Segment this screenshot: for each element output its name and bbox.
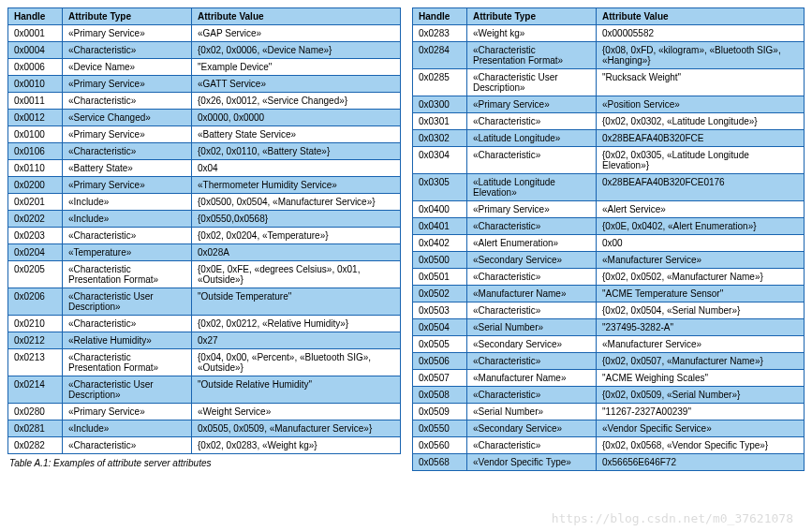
cell-value: 0x28BEAFA40B320FCE0176 [597,174,805,201]
table-caption: Table A.1: Examples of attribute server … [7,454,401,468]
cell-handle: 0x0509 [413,404,467,420]
cell-value: {0x0E, 0x0402, «Alert Enumeration»} [597,218,805,235]
cell-value: {0x02, 0x0283, «Weight kg»} [192,437,401,454]
cell-value: {0x02, 0x0110, «Battery State»} [192,143,401,160]
cell-value: 0x0000, 0x0000 [192,110,401,126]
table-row: 0x0010«Primary Service»«GATT Service» [8,76,401,93]
cell-handle: 0x0281 [8,420,63,437]
table-row: 0x0568«Vendor Specific Type»0x56656E646F… [413,454,805,471]
cell-value: 0x27 [192,332,401,349]
table-row: 0x0012«Service Changed»0x0000, 0x0000 [8,110,401,126]
table-row: 0x0305«Latitude Longitude Elevation»0x28… [413,174,805,201]
table-row: 0x0200«Primary Service»«Thermometer Humi… [8,177,401,194]
table-row: 0x0004«Characteristic»{0x02, 0x0006, «De… [8,42,401,59]
col-handle: Handle [8,8,63,25]
cell-type: «Characteristic Presentation Format» [63,261,192,288]
cell-value: {0x02, 0x0509, «Serial Number»} [597,387,805,404]
table-row: 0x0283«Weight kg»0x00005582 [413,25,805,42]
cell-handle: 0x0100 [8,126,63,143]
col-type: Attribute Type [63,8,192,25]
cell-type: «Characteristic» [467,437,597,454]
table-row: 0x0001«Primary Service»«GAP Service» [8,25,401,42]
cell-value: «Thermometer Humidity Service» [192,177,401,194]
cell-handle: 0x0305 [413,174,467,201]
attribute-table-right: Handle Attribute Type Attribute Value 0x… [412,7,805,471]
cell-handle: 0x0205 [8,261,63,288]
cell-value: {0x0E, 0xFE, «degrees Celsius», 0x01, «O… [192,261,401,288]
cell-type: «Characteristic User Description» [63,376,192,404]
table-row: 0x0203«Characteristic»{0x02, 0x0204, «Te… [8,228,401,244]
cell-type: «Secondary Service» [467,252,597,269]
cell-value: {0x08, 0xFD, «kilogram», «Bluetooth SIG»… [597,42,805,69]
cell-value: 0x56656E646F72 [597,454,805,471]
cell-handle: 0x0302 [413,130,467,147]
cell-type: «Latitude Longitude» [467,130,597,147]
cell-handle: 0x0304 [413,147,467,174]
cell-handle: 0x0212 [8,332,63,349]
cell-handle: 0x0210 [8,316,63,332]
cell-type: «Characteristic» [467,302,597,319]
table-row: 0x0205«Characteristic Presentation Forma… [8,261,401,288]
cell-type: «Characteristic» [63,93,192,110]
table-row: 0x0401«Characteristic»{0x0E, 0x0402, «Al… [413,218,805,235]
cell-value: "Outside Relative Humidity" [192,376,401,404]
cell-type: «Characteristic Presentation Format» [63,349,192,376]
cell-value: 0x00 [597,235,805,252]
cell-handle: 0x0012 [8,110,63,126]
cell-type: «Primary Service» [467,96,597,113]
cell-handle: 0x0213 [8,349,63,376]
cell-handle: 0x0206 [8,288,63,316]
cell-type: «Manufacturer Name» [467,370,597,387]
cell-value: {0x02, 0x0006, «Device Name»} [192,42,401,59]
cell-handle: 0x0502 [413,286,467,302]
cell-type: «Secondary Service» [467,420,597,437]
cell-value: {0x02, 0x0204, «Temperature»} [192,228,401,244]
cell-type: «Characteristic» [467,269,597,286]
table-row: 0x0508«Characteristic»{0x02, 0x0509, «Se… [413,387,805,404]
cell-handle: 0x0507 [413,370,467,387]
cell-type: «Service Changed» [63,110,192,126]
cell-type: «Primary Service» [63,25,192,42]
cell-type: «Serial Number» [467,404,597,420]
cell-type: «Characteristic User Description» [63,288,192,316]
cell-value: {0x0550,0x0568} [192,211,401,228]
cell-value: «GATT Service» [192,76,401,93]
table-row: 0x0501«Characteristic»{0x02, 0x0502, «Ma… [413,269,805,286]
cell-value: «Position Service» [597,96,805,113]
cell-handle: 0x0006 [8,59,63,76]
table-row: 0x0212«Relative Humidity»0x27 [8,332,401,349]
cell-handle: 0x0503 [413,302,467,319]
table-row: 0x0509«Serial Number»"11267-2327A00239" [413,404,805,420]
cell-handle: 0x0010 [8,76,63,93]
cell-handle: 0x0202 [8,211,63,228]
table-header-row: Handle Attribute Type Attribute Value [413,8,805,25]
cell-handle: 0x0011 [8,93,63,110]
table-row: 0x0550«Secondary Service»«Vendor Specifi… [413,420,805,437]
cell-value: "ACME Weighing Scales" [597,370,805,387]
cell-type: «Characteristic» [467,147,597,174]
cell-handle: 0x0508 [413,387,467,404]
cell-type: «Characteristic» [63,143,192,160]
cell-value: «Vendor Specific Service» [597,420,805,437]
cell-value: 0x28BEAFA40B320FCE [597,130,805,147]
cell-handle: 0x0301 [413,113,467,130]
cell-handle: 0x0400 [413,201,467,218]
cell-handle: 0x0200 [8,177,63,194]
cell-type: «Characteristic Presentation Format» [467,42,597,69]
cell-type: «Characteristic» [467,353,597,370]
table-row: 0x0400«Primary Service»«Alert Service» [413,201,805,218]
cell-type: «Primary Service» [63,126,192,143]
table-row: 0x0507«Manufacturer Name»"ACME Weighing … [413,370,805,387]
cell-type: «Alert Enumeration» [467,235,597,252]
cell-value: «Battery State Service» [192,126,401,143]
table-row: 0x0402«Alert Enumeration»0x00 [413,235,805,252]
table-row: 0x0300«Primary Service»«Position Service… [413,96,805,113]
cell-value: {0x04, 0x00, «Percent», «Bluetooth SIG»,… [192,349,401,376]
cell-value: 0x028A [192,244,401,261]
cell-handle: 0x0214 [8,376,63,404]
table-row: 0x0504«Serial Number»"237495-3282-A" [413,319,805,336]
cell-type: «Characteristic» [63,42,192,59]
cell-type: «Primary Service» [467,201,597,218]
cell-value: 0x04 [192,160,401,177]
cell-value: {0x02, 0x0212, «Relative Humidity»} [192,316,401,332]
